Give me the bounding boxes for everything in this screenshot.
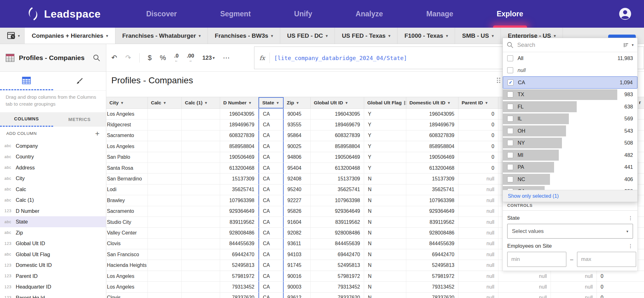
nav-item[interactable]: Unify	[291, 0, 315, 28]
column-header[interactable]: D Number ▾	[220, 97, 258, 108]
value-checkbox[interactable]	[507, 67, 513, 73]
show-only-selected-link[interactable]: Show only selected (1)	[503, 190, 637, 202]
user-avatar-icon[interactable]	[619, 8, 631, 20]
value-checkbox[interactable]: ✓	[508, 80, 514, 86]
filter-value-item[interactable]: PA 441	[503, 161, 637, 174]
employees-kebab-icon[interactable]: ⋮	[628, 245, 633, 248]
column-header[interactable]: Calc (1) ▾	[182, 97, 220, 108]
field-item[interactable]: abc City	[0, 173, 106, 184]
field-item[interactable]: abc Global Ult Flag	[0, 249, 106, 260]
value-checkbox[interactable]	[507, 176, 513, 182]
saved-views-button[interactable]: ▾	[0, 28, 25, 44]
undo-button[interactable]: ↶	[111, 54, 117, 61]
number-format-dropdown[interactable]: 123 ▾	[203, 55, 215, 61]
increase-decimal-button[interactable]: .00 →	[187, 54, 194, 62]
filter-value-item[interactable]: IL 569	[503, 113, 637, 125]
nav-item[interactable]: Segment	[217, 0, 254, 28]
state-kebab-icon[interactable]: ⋮	[628, 217, 633, 220]
view-tab[interactable]: Companies + Hierarchies ▾	[25, 28, 115, 44]
nav-item[interactable]: Explore	[493, 0, 526, 28]
cell-calc	[148, 152, 182, 163]
field-item[interactable]: abc Zip	[0, 227, 106, 238]
sort-icon[interactable]	[624, 43, 629, 47]
cell-calc1	[182, 174, 220, 184]
tab-format-brush[interactable]	[53, 72, 106, 90]
field-item[interactable]: abc Calc (1)	[0, 195, 106, 206]
field-item[interactable]: abc Address	[0, 162, 106, 173]
value-checkbox[interactable]	[507, 128, 513, 134]
value-checkbox[interactable]	[507, 91, 513, 97]
filter-value-item[interactable]: NY 508	[503, 137, 637, 149]
value-checkbox[interactable]	[507, 116, 513, 122]
cell-state: CA	[258, 185, 284, 195]
redo-button[interactable]: ↷	[125, 54, 131, 61]
value-checkbox[interactable]	[507, 104, 513, 110]
filter-value-item[interactable]: All 11,983	[503, 52, 637, 64]
value-checkbox[interactable]	[507, 152, 513, 158]
filter-value-item[interactable]: OH 543	[503, 125, 637, 137]
currency-format-button[interactable]: $	[148, 54, 152, 61]
view-tab[interactable]: US FED - DC ▾	[280, 28, 335, 44]
field-label: D Number	[16, 208, 39, 214]
value-count: 1,094	[620, 80, 633, 86]
field-item[interactable]: 123 Global Ult ID	[0, 238, 106, 249]
cell-global-ult-id: 858958804	[311, 141, 364, 152]
field-item[interactable]: abc Calc	[0, 184, 106, 195]
view-tab[interactable]: F1000 - Texas ▾	[397, 28, 455, 44]
filter-value-item[interactable]: GA 358	[503, 185, 637, 190]
filter-value-item[interactable]: TX 983	[503, 89, 637, 101]
field-item[interactable]: 123 Headquarter ID	[0, 281, 106, 292]
filter-value-item[interactable]: MI 482	[503, 149, 637, 161]
value-checkbox[interactable]	[507, 55, 513, 61]
filter-value-item[interactable]: null	[503, 64, 637, 77]
column-header[interactable]: Parent ID ▾	[458, 97, 498, 108]
decrease-decimal-button[interactable]: .0 ←	[174, 54, 179, 62]
tab-metrics[interactable]: METRICS	[53, 112, 106, 127]
filter-value-item[interactable]: FL 638	[503, 101, 637, 113]
column-header[interactable]: Zip ▾	[284, 97, 311, 108]
field-item[interactable]: 123 Parent Hq Id	[0, 292, 106, 298]
filter-value-item[interactable]: NC 406	[503, 173, 637, 185]
table-row[interactable]: Clovis 78337620 CA 93612 78337620 N 7833…	[106, 293, 644, 298]
column-header[interactable]: City ▾	[106, 97, 148, 108]
search-icon[interactable]	[93, 54, 100, 62]
column-header[interactable]: Global Ult Flag ▾	[364, 97, 406, 108]
leadspace-logo[interactable]: Leadspace	[26, 7, 101, 21]
column-header[interactable]: State ▾	[258, 97, 284, 108]
field-item[interactable]: abc Country	[0, 151, 106, 162]
table-row[interactable]: Los Angeles 57981972 CA 90016 57981972 N…	[106, 271, 644, 282]
table-row[interactable]: Los Angeles 79313452 CA 90003 79313452 N…	[106, 282, 644, 292]
field-item[interactable]: 123 Parent ID	[0, 271, 106, 282]
filter-search-input[interactable]	[517, 41, 620, 49]
tab-columns[interactable]: COLUMNS	[0, 112, 53, 127]
value-checkbox[interactable]	[507, 164, 513, 170]
sort-caret-icon[interactable]: ▾	[632, 43, 634, 47]
view-tab[interactable]: SMB - US ▾	[455, 28, 501, 44]
view-tab[interactable]: US FED - Texas ▾	[335, 28, 397, 44]
nav-item[interactable]: Discover	[143, 0, 180, 28]
employees-min-input[interactable]	[507, 252, 566, 267]
more-options-button[interactable]: ⋯	[223, 54, 230, 61]
filter-value-item[interactable]: ✓ CA 1,094	[503, 76, 637, 89]
column-header[interactable]: Domestic Ult ID ▾	[406, 97, 458, 108]
leadspace-explore-app: Leadspace Discover Segment Unify Analyze…	[0, 0, 644, 298]
employees-max-input[interactable]	[577, 252, 636, 267]
field-item[interactable]: 123 D Number	[0, 206, 106, 217]
percent-format-button[interactable]: %	[160, 54, 166, 61]
tab-columns-grid[interactable]	[0, 72, 53, 90]
field-item[interactable]: abc State	[0, 216, 106, 227]
add-column-button[interactable]: +	[95, 129, 100, 138]
value-checkbox[interactable]	[507, 140, 513, 146]
view-tab[interactable]: Franchises - BW3s ▾	[208, 28, 280, 44]
state-select[interactable]: Select values ▾	[507, 224, 633, 239]
cell-zip: 95404	[284, 163, 311, 173]
nav-item[interactable]: Manage	[423, 0, 457, 28]
formula-text[interactable]: [lite_company_databridge_2024_04/State]	[274, 55, 407, 61]
field-item[interactable]: abc Company	[0, 141, 106, 152]
drag-handle-icon[interactable]	[497, 78, 500, 83]
field-item[interactable]: 123 Domestic Ult ID	[0, 260, 106, 271]
column-header[interactable]: Calc ▾	[148, 97, 182, 108]
nav-item[interactable]: Analyze	[353, 0, 386, 28]
view-tab[interactable]: Franchises - Whataburger ▾	[115, 28, 208, 44]
column-header[interactable]: Global Ult ID ▾	[311, 97, 364, 108]
